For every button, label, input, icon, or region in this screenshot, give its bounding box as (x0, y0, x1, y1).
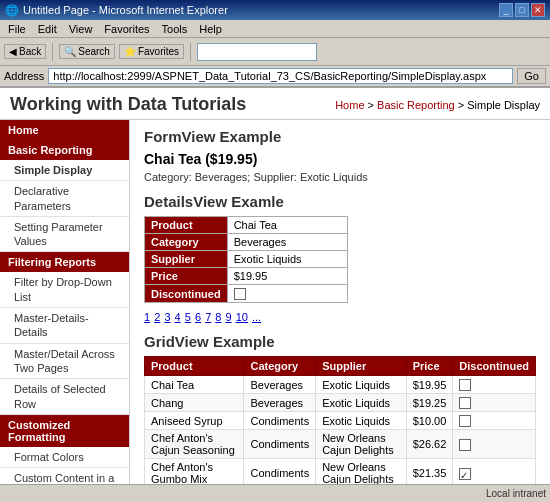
pager-link-1[interactable]: 1 (144, 311, 150, 323)
grid-price: $26.62 (406, 430, 453, 459)
sidebar-item-setting-parameter-values[interactable]: Setting Parameter Values (0, 217, 129, 253)
pager-link-8[interactable]: 8 (215, 311, 221, 323)
toolbar-separator (52, 43, 53, 61)
search-button[interactable]: 🔍 Search (59, 44, 115, 59)
grid-supplier: Exotic Liquids (316, 412, 407, 430)
grid-product: Aniseed Syrup (145, 412, 244, 430)
breadcrumb-sep2: > (458, 99, 467, 111)
menu-help[interactable]: Help (193, 22, 228, 36)
grid-discontinued (453, 376, 536, 394)
details-label-supplier: Supplier (145, 251, 228, 268)
pager-link-6[interactable]: 6 (195, 311, 201, 323)
details-value-price: $19.95 (227, 268, 347, 285)
search-icon: 🔍 (64, 46, 76, 57)
toolbar-separator2 (190, 43, 191, 61)
col-header-product: Product (145, 357, 244, 376)
pager-link-10[interactable]: 10 (236, 311, 248, 323)
grid-discontinued (453, 430, 536, 459)
grid-supplier: New Orleans Cajun Delights (316, 430, 407, 459)
grid-price: $19.95 (406, 376, 453, 394)
detailsview-pager: 1 2 3 4 5 6 7 8 9 10 ... (144, 311, 536, 323)
menu-view[interactable]: View (63, 22, 99, 36)
sidebar-item-declarative-parameters[interactable]: Declarative Parameters (0, 181, 129, 217)
sidebar-section-basic-reporting[interactable]: Basic Reporting (0, 140, 129, 160)
menu-bar: File Edit View Favorites Tools Help (0, 20, 550, 38)
sidebar-section-home[interactable]: Home (0, 120, 129, 140)
pager-link-3[interactable]: 3 (164, 311, 170, 323)
details-value-product: Chai Tea (227, 217, 347, 234)
formview-product-meta: Category: Beverages; Supplier: Exotic Li… (144, 171, 536, 183)
breadcrumb-sep1: > (368, 99, 377, 111)
details-value-discontinued (227, 285, 347, 303)
sidebar-item-custom-gridview[interactable]: Custom Content in a GridView (0, 468, 129, 484)
grid-discontinued-checkbox (459, 379, 471, 391)
sidebar-item-details-selected-row[interactable]: Details of Selected Row (0, 379, 129, 415)
back-button[interactable]: ◀ Back (4, 44, 46, 59)
grid-product: Chang (145, 394, 244, 412)
pager-link-2[interactable]: 2 (154, 311, 160, 323)
breadcrumb-home[interactable]: Home (335, 99, 364, 111)
address-input[interactable] (48, 68, 513, 84)
minimize-button[interactable]: _ (499, 3, 513, 17)
go-button[interactable]: Go (517, 68, 546, 84)
close-button[interactable]: ✕ (531, 3, 545, 17)
table-row: Price $19.95 (145, 268, 348, 285)
detailsview-title: DetailsView Examle (144, 193, 536, 210)
grid-price: $19.25 (406, 394, 453, 412)
col-header-price: Price (406, 357, 453, 376)
menu-edit[interactable]: Edit (32, 22, 63, 36)
sidebar-item-master-detail-two-pages[interactable]: Master/Detail Across Two Pages (0, 344, 129, 380)
sidebar-item-master-details[interactable]: Master-Details-Details (0, 308, 129, 344)
sidebar-item-filter-dropdown[interactable]: Filter by Drop-Down List (0, 272, 129, 308)
pager-link-9[interactable]: 9 (226, 311, 232, 323)
sidebar-item-simple-display[interactable]: Simple Display (0, 160, 129, 181)
window-title: Untitled Page - Microsoft Internet Explo… (23, 4, 228, 16)
grid-category: Condiments (244, 459, 316, 484)
grid-discontinued (453, 394, 536, 412)
sidebar: Home Basic Reporting Simple Display Decl… (0, 120, 130, 484)
pager-link-7[interactable]: 7 (205, 311, 211, 323)
back-icon: ◀ (9, 46, 17, 57)
grid-discontinued-checkbox (459, 397, 471, 409)
grid-category: Condiments (244, 430, 316, 459)
menu-file[interactable]: File (2, 22, 32, 36)
table-row: Chang Beverages Exotic Liquids $19.25 (145, 394, 536, 412)
menu-tools[interactable]: Tools (156, 22, 194, 36)
formview-product-name: Chai Tea ($19.95) (144, 151, 536, 167)
pager-link-more[interactable]: ... (252, 311, 261, 323)
grid-discontinued-checkbox (459, 415, 471, 427)
sidebar-section-filtering-reports[interactable]: Filtering Reports (0, 252, 129, 272)
table-row: Product Chai Tea (145, 217, 348, 234)
gridview-title: GridView Example (144, 333, 536, 350)
table-row: Supplier Exotic Liquids (145, 251, 348, 268)
pager-link-4[interactable]: 4 (175, 311, 181, 323)
discontinued-checkbox (234, 288, 246, 300)
search-input[interactable] (197, 43, 317, 61)
menu-favorites[interactable]: Favorites (98, 22, 155, 36)
favorites-button[interactable]: ⭐ Favorites (119, 44, 184, 59)
details-value-category: Beverages (227, 234, 347, 251)
details-label-category: Category (145, 234, 228, 251)
table-row: Discontinued (145, 285, 348, 303)
table-row: Category Beverages (145, 234, 348, 251)
grid-category: Condiments (244, 412, 316, 430)
grid-category: Beverages (244, 394, 316, 412)
pager-link-5[interactable]: 5 (185, 311, 191, 323)
breadcrumb-basic-reporting[interactable]: Basic Reporting (377, 99, 455, 111)
grid-product: Chef Anton's Cajun Seasoning (145, 430, 244, 459)
grid-discontinued-checkbox (459, 439, 471, 451)
sidebar-section-customized-formatting[interactable]: Customized Formatting (0, 415, 129, 447)
address-bar: Address Go (0, 66, 550, 88)
formview-title: FormView Example (144, 128, 536, 145)
gridview-header-row: Product Category Supplier Price Disconti… (145, 357, 536, 376)
grid-product: Chai Tea (145, 376, 244, 394)
col-header-supplier: Supplier (316, 357, 407, 376)
col-header-discontinued: Discontinued (453, 357, 536, 376)
breadcrumb: Home > Basic Reporting > Simple Display (335, 99, 540, 111)
browser-icon: 🌐 (5, 4, 19, 17)
address-label: Address (4, 70, 44, 82)
sidebar-item-format-colors[interactable]: Format Colors (0, 447, 129, 468)
maximize-button[interactable]: □ (515, 3, 529, 17)
status-bar: Local intranet (0, 484, 550, 502)
table-row: Chai Tea Beverages Exotic Liquids $19.95 (145, 376, 536, 394)
